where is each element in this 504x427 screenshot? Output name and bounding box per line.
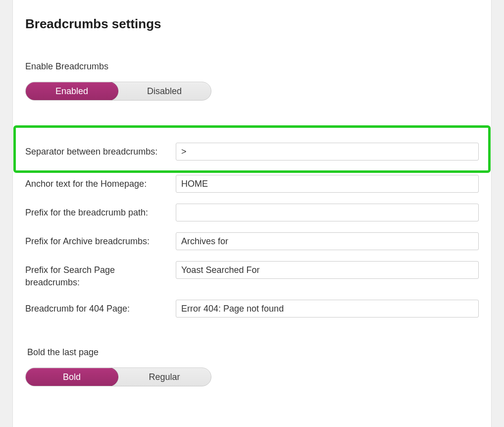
bold-option-regular[interactable]: Regular (118, 368, 211, 386)
error404-label: Breadcrumb for 404 Page: (25, 300, 172, 315)
prefix-search-input[interactable] (176, 261, 479, 279)
enable-option-disabled[interactable]: Disabled (118, 82, 211, 100)
error404-input[interactable] (176, 300, 479, 318)
bold-option-bold[interactable]: Bold (25, 368, 118, 386)
prefix-path-row: Prefix for the breadcrumb path: (25, 204, 479, 221)
settings-panel: Breadcrumbs settings Enable Breadcrumbs … (12, 0, 492, 427)
prefix-path-label: Prefix for the breadcrumb path: (25, 204, 172, 219)
prefix-path-input[interactable] (176, 204, 479, 221)
bold-last-page-toggle[interactable]: Bold Regular (25, 368, 211, 386)
page-title: Breadcrumbs settings (25, 16, 479, 32)
enable-breadcrumbs-toggle[interactable]: Enabled Disabled (25, 82, 211, 101)
error404-row: Breadcrumb for 404 Page: (25, 300, 479, 318)
enable-option-enabled[interactable]: Enabled (25, 82, 118, 101)
separator-label: Separator between breadcrumbs: (25, 143, 172, 158)
prefix-archive-input[interactable] (176, 232, 479, 250)
separator-highlight-box: Separator between breadcrumbs: (13, 125, 491, 173)
enable-breadcrumbs-label: Enable Breadcrumbs (25, 61, 479, 72)
bold-last-page-label: Bold the last page (27, 347, 479, 358)
separator-input[interactable] (176, 143, 479, 160)
prefix-archive-row: Prefix for Archive breadcrumbs: (25, 232, 479, 250)
homepage-input[interactable] (176, 175, 479, 193)
homepage-row: Anchor text for the Homepage: (25, 175, 479, 193)
prefix-search-label: Prefix for Search Page breadcrumbs: (25, 261, 172, 289)
separator-row: Separator between breadcrumbs: (25, 143, 479, 160)
prefix-archive-label: Prefix for Archive breadcrumbs: (25, 232, 172, 248)
prefix-search-row: Prefix for Search Page breadcrumbs: (25, 261, 479, 289)
homepage-label: Anchor text for the Homepage: (25, 175, 172, 190)
